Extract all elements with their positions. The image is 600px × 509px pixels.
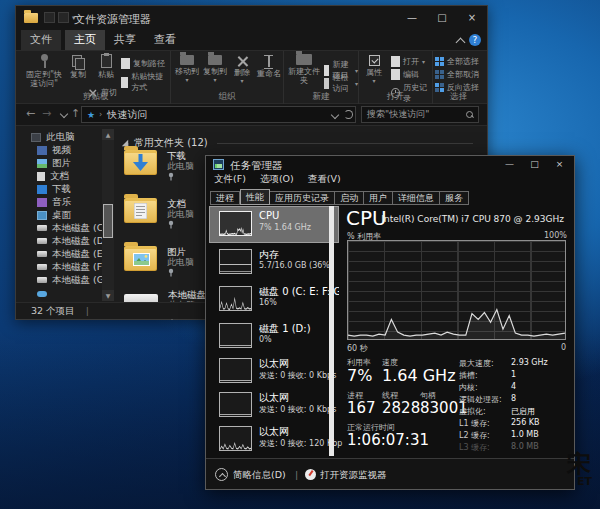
refresh-icon[interactable] bbox=[344, 110, 353, 119]
recent-locations-icon[interactable] bbox=[60, 111, 67, 118]
sidebar-item-downloads[interactable]: 下载 bbox=[37, 183, 71, 195]
group-label: 新建 bbox=[284, 91, 358, 103]
tab-file[interactable]: 文件 bbox=[21, 30, 61, 50]
perf-item-disk1[interactable]: 磁盘 1 (D:) 0% bbox=[210, 319, 336, 352]
quick-access-toolbar[interactable]: ▾ bbox=[44, 12, 76, 23]
perf-item-ethernet3[interactable]: 以太网 发送: 0 接收: 120 Kbp bbox=[210, 422, 336, 455]
desktop: ▾ 文件资源管理器 — □ × 文件 主页 共享 查看 ? 固定到"快速访问" bbox=[0, 0, 600, 509]
close-button[interactable]: × bbox=[457, 6, 487, 30]
select-none-button[interactable]: 全部取消 bbox=[435, 69, 479, 80]
menu-options[interactable]: 选项(O) bbox=[260, 173, 294, 187]
minimize-button[interactable]: — bbox=[497, 156, 522, 172]
move-to-button[interactable]: 移动到 ▾ bbox=[173, 55, 201, 83]
breadcrumb[interactable]: 快速访问 bbox=[107, 108, 147, 122]
tab-services[interactable]: 服务 bbox=[440, 191, 469, 205]
section-header[interactable]: 常用文件夹 (12) bbox=[121, 136, 473, 150]
tab-startup[interactable]: 启动 bbox=[335, 191, 364, 205]
paste-shortcut-button[interactable]: 粘贴快捷方式 bbox=[121, 71, 170, 93]
perf-item-cpu[interactable]: CPU 7% 1.64 GHz bbox=[209, 206, 339, 243]
perf-list-scrollbar[interactable] bbox=[329, 206, 334, 456]
collapse-ribbon-icon[interactable] bbox=[456, 36, 465, 45]
help-icon[interactable]: ? bbox=[469, 34, 481, 46]
properties-button[interactable]: 属性 ▾ bbox=[361, 55, 387, 84]
edit-button[interactable]: 编辑 bbox=[391, 69, 419, 80]
menu-file[interactable]: 文件(F) bbox=[214, 173, 246, 187]
resource-monitor-icon[interactable] bbox=[305, 469, 316, 480]
l1-cache-label: L1 缓存: bbox=[459, 418, 490, 429]
sidebar-item-drive-g[interactable]: 本地磁盘 (G:) bbox=[37, 274, 111, 286]
copy-to-button[interactable]: 复制到 ▾ bbox=[201, 55, 229, 83]
search-input[interactable]: 搜索"快速访问" bbox=[361, 106, 479, 123]
delete-button[interactable]: 删除 ▾ bbox=[229, 55, 255, 84]
copy-button[interactable]: 复制 bbox=[65, 55, 91, 79]
l1-cache-value: 256 KB bbox=[511, 418, 540, 427]
tab-home[interactable]: 主页 bbox=[65, 30, 105, 50]
document-icon bbox=[134, 203, 147, 219]
scroll-down-icon[interactable]: ▼ bbox=[102, 290, 114, 301]
sidebar-item-videos[interactable]: 视频 bbox=[37, 144, 71, 156]
open-button[interactable]: 打开▾ bbox=[391, 56, 425, 67]
fewer-details-icon[interactable] bbox=[215, 468, 228, 481]
file-item-downloads[interactable]: 下载 此电脑 bbox=[124, 150, 194, 183]
maximize-button[interactable]: □ bbox=[522, 156, 547, 172]
tab-app-history[interactable]: 应用历史记录 bbox=[270, 191, 335, 205]
file-item-documents[interactable]: 文档 此电脑 bbox=[124, 198, 194, 231]
close-button[interactable]: × bbox=[547, 156, 572, 172]
scrollbar-thumb[interactable] bbox=[103, 204, 113, 238]
virtualization-label: 虚拟化: bbox=[459, 406, 486, 417]
taskmgr-titlebar[interactable]: 任务管理器 — □ × bbox=[206, 156, 574, 173]
tab-details[interactable]: 详细信息 bbox=[393, 191, 440, 205]
navigation-bar: ← → ↑ ★ › 快速访问 搜索"快速访问" bbox=[16, 104, 487, 126]
scroll-up-icon[interactable]: ▲ bbox=[102, 129, 114, 140]
file-item-pictures[interactable]: 图片 此电脑 bbox=[124, 246, 194, 279]
tab-share[interactable]: 共享 bbox=[105, 30, 145, 50]
sidebar-item-documents[interactable]: 文档 bbox=[37, 170, 69, 182]
cpu-usage-chart[interactable] bbox=[347, 240, 566, 340]
tab-users[interactable]: 用户 bbox=[364, 191, 393, 205]
qat-button[interactable] bbox=[44, 12, 55, 23]
perf-item-disk0[interactable]: 磁盘 0 (C: E: F: G:) 16% bbox=[210, 282, 336, 315]
sidebar-item-drive-c[interactable]: 本地磁盘 (C:) bbox=[37, 222, 110, 234]
tab-processes[interactable]: 进程 bbox=[210, 191, 240, 205]
perf-item-ethernet2[interactable]: 以太网 发送: 0 接收: 0 Kbps bbox=[210, 388, 336, 421]
paste-button[interactable]: 粘贴 bbox=[93, 54, 119, 79]
back-button[interactable]: ← bbox=[26, 107, 35, 120]
sidebar-scrollbar[interactable]: ▲ ▼ bbox=[102, 129, 114, 301]
minimize-button[interactable]: — bbox=[397, 6, 427, 30]
fewer-details-link[interactable]: 简略信息(D) bbox=[233, 469, 286, 482]
drive-icon bbox=[37, 251, 47, 257]
perf-item-ethernet1[interactable]: 以太网 发送: 0 接收: 0 Kbps bbox=[210, 354, 336, 387]
search-icon[interactable] bbox=[466, 111, 473, 118]
copy-path-button[interactable]: 复制路径 bbox=[121, 58, 165, 69]
forward-button[interactable]: → bbox=[42, 107, 51, 120]
menu-view[interactable]: 查看(V) bbox=[308, 173, 341, 187]
rename-button[interactable]: 重命名 bbox=[255, 55, 283, 78]
maximize-button[interactable]: □ bbox=[427, 6, 457, 30]
sidebar-item-pictures[interactable]: 图片 bbox=[37, 157, 71, 169]
qat-button[interactable] bbox=[58, 12, 69, 23]
pin-to-quick-access-button[interactable]: 固定到"快速访问" bbox=[25, 54, 63, 88]
up-button[interactable]: ↑ bbox=[71, 107, 80, 120]
ethernet2-thumbnail-chart bbox=[219, 392, 252, 417]
sidebar-item-drive-f[interactable]: 本地磁盘 (F:) bbox=[37, 261, 108, 273]
explorer-titlebar[interactable]: ▾ 文件资源管理器 — □ × bbox=[16, 6, 487, 30]
address-dropdown-icon[interactable] bbox=[331, 112, 338, 119]
sidebar-item-drive-e[interactable]: 本地磁盘 (E:) bbox=[37, 248, 110, 260]
sidebar-item-desktop[interactable]: 桌面 bbox=[37, 209, 71, 221]
perf-item-memory[interactable]: 内存 5.7/16.0 GB (36%) bbox=[210, 245, 336, 278]
tab-view[interactable]: 查看 bbox=[145, 30, 185, 50]
paste-shortcut-icon bbox=[121, 77, 128, 88]
address-bar[interactable]: ★ › 快速访问 bbox=[81, 106, 356, 123]
sidebar-item-partial[interactable] bbox=[37, 288, 47, 300]
open-resource-monitor-link[interactable]: 打开资源监视器 bbox=[320, 469, 387, 482]
sidebar-item-drive-d[interactable]: 本地磁盘 (D:) bbox=[37, 235, 111, 247]
select-all-button[interactable]: 全部选择 bbox=[435, 56, 479, 67]
sidebar-item-music[interactable]: 音乐 bbox=[37, 196, 71, 208]
taskmgr-tabs: 进程 性能 应用历史记录 启动 用户 详细信息 服务 bbox=[210, 189, 469, 205]
tab-performance[interactable]: 性能 bbox=[240, 189, 270, 205]
new-folder-button[interactable]: 新建文件夹 bbox=[286, 54, 322, 85]
download-arrow-icon bbox=[133, 154, 148, 172]
new-folder-icon bbox=[296, 54, 312, 65]
sidebar-item-this-pc[interactable]: 此电脑 bbox=[31, 131, 75, 143]
cpu-thumbnail-chart bbox=[219, 211, 252, 236]
